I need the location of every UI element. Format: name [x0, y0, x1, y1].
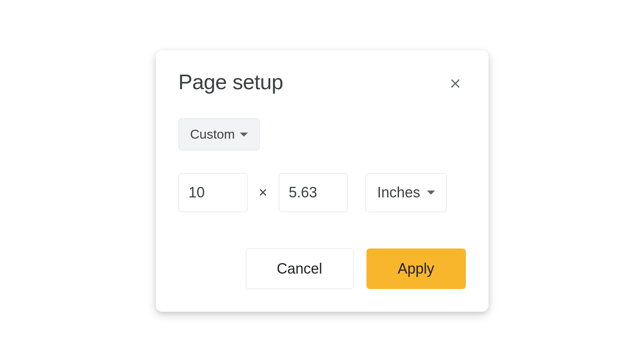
height-input[interactable]	[279, 173, 348, 212]
units-dropdown[interactable]: Inches	[366, 173, 447, 212]
dialog-title: Page setup	[179, 70, 283, 94]
apply-button[interactable]: Apply	[366, 248, 466, 289]
times-symbol: ×	[259, 184, 267, 201]
caret-down-icon	[427, 191, 435, 195]
button-row: Cancel Apply	[179, 248, 466, 289]
cancel-button[interactable]: Cancel	[246, 248, 353, 289]
width-input[interactable]	[179, 173, 248, 212]
close-button[interactable]	[445, 73, 466, 94]
dialog-header: Page setup	[179, 70, 466, 94]
dimensions-row: × Inches	[179, 173, 466, 212]
caret-down-icon	[240, 133, 248, 137]
close-icon	[448, 76, 463, 91]
preset-selected-label: Custom	[190, 127, 235, 142]
page-preset-dropdown[interactable]: Custom	[179, 118, 260, 150]
page-setup-dialog: Page setup Custom × Inches Cancel Apply	[156, 50, 489, 312]
units-selected-label: Inches	[377, 184, 420, 201]
